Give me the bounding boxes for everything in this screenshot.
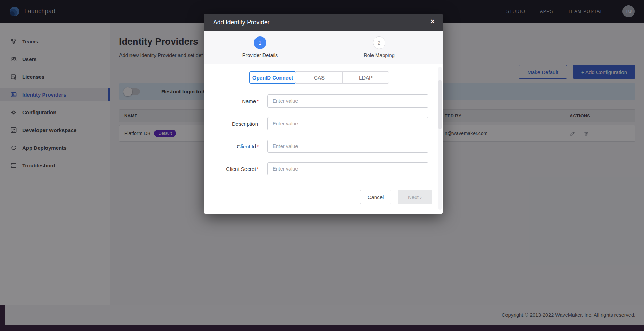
provider-type-tabs: OpenID Connect CAS LDAP: [249, 71, 389, 84]
description-label: Description: [204, 121, 259, 127]
next-button[interactable]: Next ›: [398, 190, 432, 204]
form-row-client-secret: Client Secret*: [204, 162, 443, 175]
required-mark: *: [257, 166, 259, 172]
add-identity-provider-modal: Add Identity Provider ✕ 1 2 Provider Det…: [204, 14, 443, 214]
tab-openid-connect[interactable]: OpenID Connect: [249, 71, 296, 84]
modal-actions: Cancel Next ›: [204, 190, 443, 204]
name-input[interactable]: [267, 94, 428, 108]
wizard-stepper: 1 2 Provider Details Role Mapping: [204, 31, 443, 64]
client-id-label: Client Id*: [204, 143, 259, 149]
modal-body: OpenID Connect CAS LDAP Name* Descriptio…: [204, 64, 443, 214]
step-2-circle[interactable]: 2: [373, 36, 385, 49]
client-secret-label: Client Secret*: [204, 166, 259, 172]
stepper-connector: [267, 43, 373, 43]
modal-scrollbar-thumb[interactable]: [438, 80, 442, 129]
client-id-input[interactable]: [267, 140, 428, 153]
app-root: Launchpad STUDIO APPS TEAM PORTAL TU Tea…: [0, 0, 644, 331]
form-row-name: Name*: [204, 94, 443, 108]
name-label: Name*: [204, 98, 259, 104]
tab-cas[interactable]: CAS: [296, 71, 343, 84]
provider-details-form: Name* Description Client Id* Client Secr…: [204, 94, 443, 185]
close-icon[interactable]: ✕: [430, 18, 435, 25]
step-2-label: Role Mapping: [351, 52, 407, 58]
modal-header: Add Identity Provider ✕: [204, 14, 443, 31]
step-1-circle[interactable]: 1: [254, 36, 266, 49]
form-row-description: Description: [204, 117, 443, 130]
required-mark: *: [257, 143, 259, 149]
required-mark: *: [257, 98, 259, 104]
description-input[interactable]: [267, 117, 428, 130]
client-secret-input[interactable]: [267, 162, 428, 175]
cancel-button[interactable]: Cancel: [360, 190, 391, 204]
form-row-client-id: Client Id*: [204, 140, 443, 153]
tab-ldap[interactable]: LDAP: [342, 71, 389, 84]
step-1-label: Provider Details: [232, 52, 288, 58]
modal-title: Add Identity Provider: [213, 19, 269, 26]
